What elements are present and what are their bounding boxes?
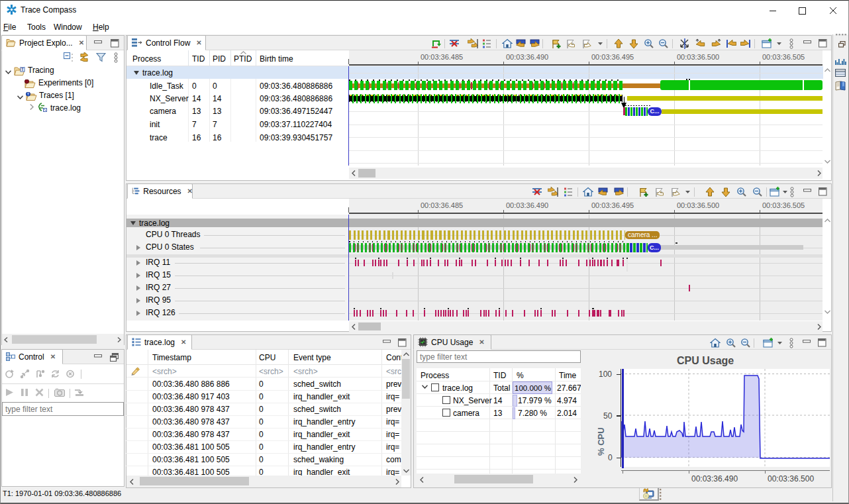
svg-text:T: T — [21, 67, 25, 72]
